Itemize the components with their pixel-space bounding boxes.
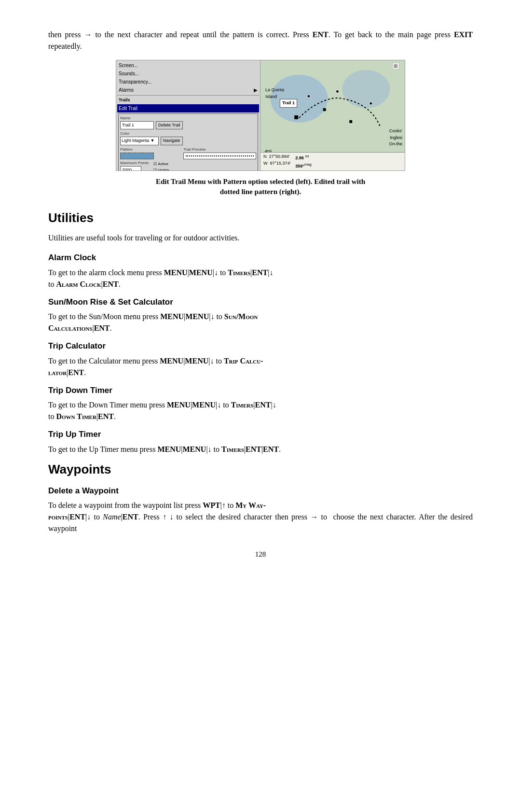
trip-down-timer-body: To get to the Down Timer menu press MENU…	[48, 399, 473, 422]
alarm-sep2: |↓ to	[213, 268, 228, 277]
trail-checkboxes: ☑ Active ☑ Visible	[153, 161, 169, 171]
trail-preview-box	[183, 153, 256, 159]
menu-alarms: Alarms▶	[117, 86, 259, 94]
uptimer-ent1: ENT	[246, 445, 261, 453]
intro-ent: ENT	[313, 30, 329, 39]
visible-label: ☑ Visible	[153, 168, 169, 171]
alarm-clock-body: To get to the alarm clock menu press MEN…	[48, 267, 473, 290]
coord-w: W 97°15.374'	[263, 160, 290, 167]
max-points-section: Maximum Points 2000	[120, 160, 149, 171]
intro-exit: EXIT	[454, 30, 473, 39]
intro-text-middle: . To get back to the main page press	[329, 30, 454, 39]
pattern-section: Pattern · · · ·· ··· ····	[120, 147, 180, 159]
utilities-title: Utilities	[48, 209, 473, 227]
figure-image: Screen... Sounds... Transparency... Alar…	[116, 60, 405, 171]
uptimer-menu2: MENU	[183, 445, 206, 453]
trail-pattern-area: · · · ·· ··· ····	[120, 153, 154, 159]
svg-point-8	[370, 102, 372, 105]
trail-preview-section: Trail Preview	[183, 147, 256, 159]
downtimer-timers: Timers	[231, 401, 254, 409]
del-ent1: ENT	[69, 513, 85, 521]
menu-divider-1	[117, 95, 259, 96]
pattern-preview-row: Pattern · · · ·· ··· ···· Trail Preview	[120, 147, 256, 159]
active-checkbox-icon: ☑	[153, 161, 157, 167]
trail-color-select: Light Magenta ▼	[120, 137, 159, 145]
island-text: Island	[265, 94, 277, 99]
page-number: 128	[48, 549, 473, 560]
name-label: Name	[120, 115, 256, 121]
sun-menu2: MENU	[185, 312, 209, 321]
trail-name-row: Trail 1 Delete Trail	[120, 121, 256, 130]
alarm-menu1: MENU	[164, 268, 188, 277]
trip-up-timer-body: To get to the Up Timer menu press MENU|M…	[48, 444, 473, 455]
svg-point-6	[307, 95, 310, 98]
trail1-map-text: Trail 1	[282, 100, 295, 105]
figure-caption: Edit Trail Menu with Pattern option sele…	[48, 177, 473, 197]
la-quinta-label: La Quinta Island	[265, 87, 284, 100]
svg-text:⊞: ⊞	[394, 63, 398, 69]
alarm-timers: Timers	[228, 268, 250, 277]
delete-waypoint-body: To delete a waypoint from the waypoint l…	[48, 500, 473, 534]
menu-sounds: Sounds...	[117, 70, 259, 78]
sun-moon-title: Sun/Moon Rise & Set Calculator	[48, 296, 473, 308]
cooks-label: Cooks' Inglesi On-the	[389, 128, 402, 148]
caption-line2: dotted line pattern (right).	[220, 188, 301, 196]
active-label: ☑ Active	[153, 161, 169, 167]
trip-calc-body: To get to the Calculator menu press MENU…	[48, 355, 473, 378]
on-the-text: On-the	[389, 141, 402, 146]
inglesi-text: Inglesi	[390, 135, 402, 140]
figure-screenshot: Screen... Sounds... Transparency... Alar…	[48, 60, 473, 171]
coord-left: N 27°50.894' W 97°15.374'	[263, 154, 290, 169]
tripcalc-ent: ENT	[68, 368, 84, 377]
uptimer-ent2: ENT	[263, 445, 279, 453]
delete-waypoint-title: Delete a Waypoint	[48, 485, 473, 497]
alarm-clock-title: Alarm Clock	[48, 252, 473, 264]
downtimer-sc: Down Timer	[56, 412, 96, 420]
menu-edit-trail: Edit Trail	[117, 104, 259, 112]
sun-menu1: MENU	[160, 312, 184, 321]
downtimer-menu1: MENU	[167, 401, 191, 409]
trail-preview-line	[186, 155, 254, 156]
alarm-ent2: ENT	[103, 280, 119, 288]
downtimer-ent2: ENT	[98, 412, 114, 420]
intro-text-before: then press → to the next character and r…	[48, 30, 313, 39]
trail-label-map: Trail 1	[280, 99, 297, 108]
la-quinta-text: La Quinta	[265, 87, 284, 92]
alarm-clock-sc: Alarm Clock	[56, 280, 101, 288]
trail-name-input: Trail 1	[120, 121, 154, 130]
svg-point-2	[342, 70, 390, 108]
trail-preview-label: Trail Preview	[183, 147, 256, 153]
del-name: Name	[103, 513, 121, 521]
right-panel: ⊞ 4mi La Quinta Island Trail 1 Cooks' In…	[260, 60, 405, 170]
intro-paragraph: then press → to the next character and r…	[48, 29, 473, 52]
uptimer-menu1: MENU	[157, 445, 181, 453]
del-wpt: WPT	[203, 501, 220, 509]
alarm-menu2: MENU	[189, 268, 213, 277]
max-points-input: 2000	[120, 166, 141, 171]
trails-label: Trails	[117, 97, 259, 104]
alarm-sep4: |↓	[268, 268, 273, 277]
trail-color-row: Light Magenta ▼ Navigate	[120, 137, 256, 145]
trip-down-timer-title: Trip Down Timer	[48, 384, 473, 397]
sun-moon-body: To get to the Sun/Moon menu press MENU|M…	[48, 311, 473, 334]
intro-text-end: repeatedly.	[48, 42, 82, 50]
svg-rect-3	[294, 115, 298, 119]
sun-ent: ENT	[94, 324, 110, 332]
trip-up-timer-title: Trip Up Timer	[48, 428, 473, 441]
dist: 2.96 mi	[295, 154, 311, 162]
delete-trail-btn: Delete Trail	[156, 121, 183, 130]
cooks-text: Cooks'	[389, 128, 402, 133]
svg-point-7	[336, 90, 339, 93]
trail-edit-box: Name Trail 1 Delete Trail Color Light Ma…	[118, 113, 258, 171]
downtimer-menu2: MENU	[192, 401, 216, 409]
coord-right: 2.96 mi 359°mag	[295, 154, 311, 169]
tripcalc-menu2: MENU	[185, 357, 208, 365]
svg-rect-5	[349, 120, 352, 123]
bearing: 359°mag	[295, 162, 311, 170]
svg-rect-4	[323, 108, 326, 111]
alarm-ent1: ENT	[252, 268, 268, 277]
menu-screen: Screen...	[117, 61, 259, 70]
caption-line1: Edit Trail Menu with Pattern option sele…	[156, 178, 365, 185]
sun-moon-sc: Sun/MoonCalculations	[48, 312, 258, 332]
utilities-intro: Utilities are useful tools for traveling…	[48, 232, 473, 244]
